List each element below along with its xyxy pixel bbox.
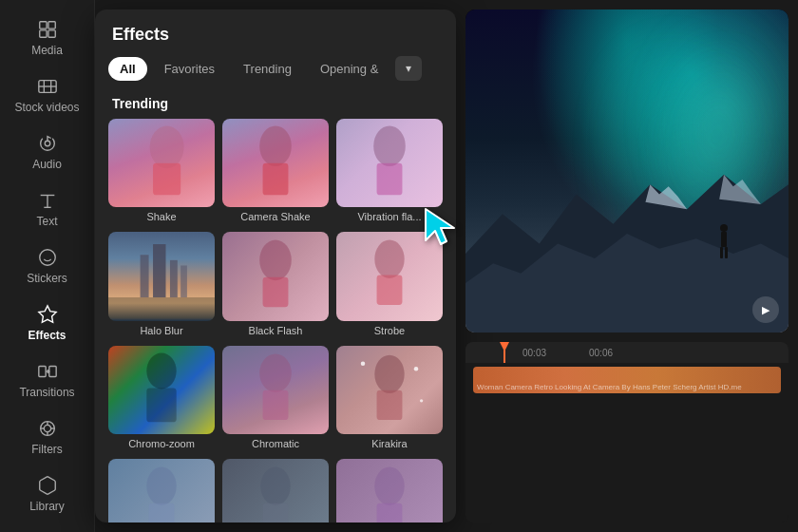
svg-point-35 (259, 240, 292, 281)
effects-grid: Shake Camera Shake Vibration fla... (95, 119, 456, 522)
effect-bottom1[interactable] (108, 459, 215, 522)
svg-point-41 (259, 353, 292, 391)
svg-rect-61 (725, 247, 728, 258)
effect-shake[interactable]: Shake (108, 119, 215, 224)
svg-rect-31 (153, 244, 165, 297)
filter-tabs: All Favorites Trending Opening & ▾ (95, 52, 456, 90)
effect-bottom3[interactable] (336, 459, 443, 522)
effect-label-chromatic: Chromatic (222, 438, 329, 451)
track-label: Woman Camera Retro Looking At Camera By … (477, 383, 742, 391)
svg-rect-59 (721, 232, 727, 247)
sidebar-label-audio: Audio (32, 158, 62, 171)
effect-thumb-vibration-flash (336, 119, 443, 207)
sidebar-item-media[interactable]: Media (10, 11, 86, 65)
panel-title: Effects (95, 10, 456, 52)
sidebar-label-media: Media (31, 44, 63, 57)
svg-point-26 (259, 125, 292, 166)
timeline-time-3: 00:03 (522, 348, 546, 358)
svg-rect-33 (180, 266, 187, 298)
svg-point-58 (720, 224, 728, 232)
effect-kirakira[interactable]: Kirakira (336, 346, 443, 451)
svg-point-47 (420, 399, 423, 402)
sidebar-label-stickers: Stickers (27, 272, 67, 285)
effect-thumb-camera-shake (222, 119, 329, 207)
sidebar-item-library[interactable]: Library (10, 467, 86, 521)
timeline-track[interactable]: Woman Camera Retro Looking At Camera By … (473, 367, 781, 393)
tab-trending[interactable]: Trending (232, 57, 303, 81)
effect-chromo-zoom[interactable]: Chromo-zoom (108, 346, 215, 451)
svg-rect-38 (377, 276, 403, 305)
svg-point-45 (361, 361, 365, 365)
video-preview: ▶ (466, 10, 788, 332)
svg-marker-57 (719, 175, 761, 204)
svg-rect-25 (153, 163, 180, 196)
effect-thumb-black-flash (222, 232, 329, 320)
svg-point-52 (374, 467, 404, 505)
svg-rect-53 (377, 504, 403, 522)
tab-more-button[interactable]: ▾ (395, 56, 422, 81)
svg-point-8 (45, 141, 50, 146)
tab-all[interactable]: All (108, 57, 147, 81)
person-silhouette (717, 223, 731, 261)
svg-point-12 (39, 250, 55, 266)
sidebar-item-transitions[interactable]: Transitions (10, 353, 86, 407)
svg-rect-32 (170, 260, 178, 297)
svg-point-50 (260, 467, 290, 505)
effect-thumb-chromo-zoom (108, 346, 215, 434)
effect-chromatic[interactable]: Chromatic (222, 346, 329, 451)
sidebar-item-effects[interactable]: Effects (10, 296, 86, 350)
tab-favorites[interactable]: Favorites (153, 57, 226, 81)
svg-point-46 (414, 367, 418, 370)
svg-rect-16 (38, 367, 45, 377)
tab-opening[interactable]: Opening & (309, 57, 390, 81)
effect-thumb-bottom3 (336, 459, 443, 522)
effect-label-chromo-zoom: Chromo-zoom (108, 438, 215, 451)
svg-point-43 (374, 354, 404, 392)
sidebar-label-filters: Filters (31, 443, 63, 456)
effect-label-strobe: Strobe (336, 325, 443, 338)
timeline-playhead-head (500, 342, 509, 352)
svg-rect-1 (48, 22, 54, 28)
sidebar-label-effects: Effects (28, 329, 66, 342)
svg-rect-42 (263, 390, 289, 419)
play-button[interactable]: ▶ (752, 296, 779, 323)
svg-rect-51 (263, 504, 289, 522)
svg-rect-34 (108, 297, 215, 318)
effect-camera-shake[interactable]: Camera Shake (222, 119, 329, 224)
sidebar-item-audio[interactable]: Audio (10, 125, 86, 179)
svg-rect-44 (377, 390, 403, 419)
effect-label-camera-shake: Camera Shake (222, 211, 329, 224)
svg-rect-17 (48, 367, 55, 377)
svg-rect-60 (720, 247, 723, 258)
effect-label-shake: Shake (108, 211, 215, 224)
sidebar-item-text[interactable]: Text (10, 182, 86, 236)
aurora-background: ▶ (466, 10, 788, 332)
sidebar-item-stock-videos[interactable]: Stock videos (10, 68, 86, 122)
timeline: 00:03 00:06 Woman Camera Retro Looking A… (466, 342, 788, 522)
svg-point-48 (146, 467, 176, 505)
effect-thumb-chromatic (222, 346, 329, 434)
svg-point-24 (150, 125, 184, 168)
sidebar-item-filters[interactable]: Filters (10, 410, 86, 464)
effect-halo-blur[interactable]: Halo Blur (108, 232, 215, 337)
sidebar-label-transitions: Transitions (19, 386, 74, 399)
effect-thumb-bottom2 (222, 459, 329, 522)
svg-rect-29 (377, 163, 403, 196)
sidebar-label-stock-videos: Stock videos (14, 101, 79, 114)
sidebar: Media Stock videos Audio Text (0, 0, 95, 532)
sidebar-item-stickers[interactable]: Stickers (10, 239, 86, 293)
effect-label-kirakira: Kirakira (336, 438, 443, 451)
svg-point-37 (374, 240, 404, 278)
svg-rect-3 (48, 30, 54, 37)
effect-bottom2[interactable] (222, 459, 329, 522)
effect-black-flash[interactable]: Black Flash (222, 232, 329, 337)
section-trending-title: Trending (95, 90, 456, 119)
timeline-ruler: 00:03 00:06 (466, 342, 788, 363)
svg-rect-27 (263, 163, 289, 196)
effect-thumb-halo-blur (108, 232, 215, 320)
effect-label-halo-blur: Halo Blur (108, 325, 215, 338)
sidebar-label-text: Text (36, 215, 57, 228)
effect-thumb-shake (108, 119, 215, 207)
svg-point-39 (146, 352, 176, 389)
timeline-time-6: 00:06 (589, 348, 613, 358)
